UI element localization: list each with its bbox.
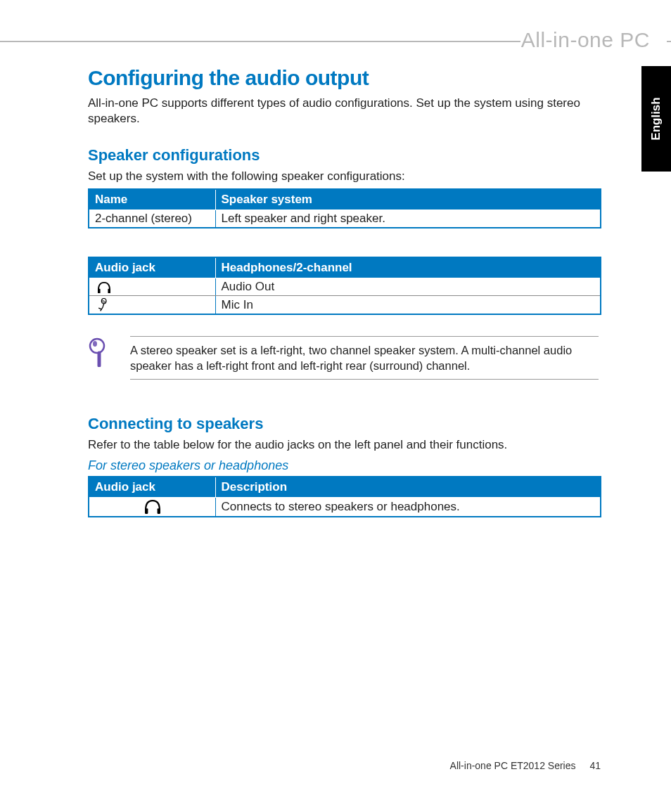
footer-page-number: 41: [589, 760, 601, 771]
speaker-config-table: Name Speaker system 2-channel (stereo) L…: [88, 188, 601, 228]
table-cell-icon: [89, 498, 215, 517]
table-cell: Left speaker and right speaker.: [215, 210, 601, 228]
table-row: Mic In: [89, 296, 601, 314]
table-cell-icon: [89, 278, 215, 296]
section2-subhead: For stereo speakers or headphones: [88, 458, 601, 473]
svg-rect-7: [145, 509, 148, 515]
table-row: Connects to stereo speakers or headphone…: [89, 498, 601, 517]
svg-rect-1: [108, 289, 110, 293]
table-header: Description: [215, 477, 601, 498]
magnifier-icon: [88, 336, 116, 370]
footer-series: All-in-one PC ET2012 Series: [450, 760, 576, 771]
section-heading-connecting: Connecting to speakers: [88, 415, 601, 433]
language-tab-label: English: [649, 97, 663, 140]
header-rule: [0, 41, 520, 42]
header-rule-right: [667, 41, 671, 42]
headphone-icon: [143, 499, 162, 515]
table-header: Speaker system: [215, 189, 601, 210]
table-header: Audio jack: [89, 257, 215, 278]
intro-text: All-in-one PC supports different types o…: [88, 96, 601, 127]
mic-icon: [96, 298, 109, 312]
audio-jack-table: Audio jack Headphones/2-channel Audio Ou…: [88, 257, 601, 315]
table-header: Name: [89, 189, 215, 210]
svg-rect-8: [158, 509, 160, 515]
table-row: Audio Out: [89, 278, 601, 296]
page-footer: All-in-one PC ET2012 Series 41: [450, 760, 601, 771]
svg-point-6: [93, 341, 97, 347]
table-cell: 2-channel (stereo): [89, 210, 215, 228]
svg-point-5: [90, 339, 104, 353]
table-header: Audio jack: [89, 477, 215, 498]
table-header: Headphones/2-channel: [215, 257, 601, 278]
table-cell: Connects to stereo speakers or headphone…: [215, 498, 601, 517]
table-cell-icon: [89, 296, 215, 314]
connecting-table: Audio jack Description Connects to stere…: [88, 476, 601, 517]
section-heading-speaker-config: Speaker configurations: [88, 146, 601, 165]
page-heading: Configuring the audio output: [88, 66, 601, 90]
headphone-icon: [96, 281, 112, 294]
section2-lead: Refer to the table below for the audio j…: [88, 437, 601, 453]
brand-title: All-in-one PC: [521, 28, 650, 52]
table-cell: Mic In: [215, 296, 601, 314]
svg-rect-0: [98, 289, 101, 293]
language-tab: English: [641, 66, 671, 172]
table-cell: Audio Out: [215, 278, 601, 296]
note-block: A stereo speaker set is a left-right, tw…: [88, 336, 601, 380]
page-content: Configuring the audio output All-in-one …: [88, 66, 601, 546]
note-text: A stereo speaker set is a left-right, tw…: [130, 336, 599, 380]
section1-lead: Set up the system with the following spe…: [88, 169, 601, 184]
table-row: 2-channel (stereo) Left speaker and righ…: [89, 210, 601, 228]
